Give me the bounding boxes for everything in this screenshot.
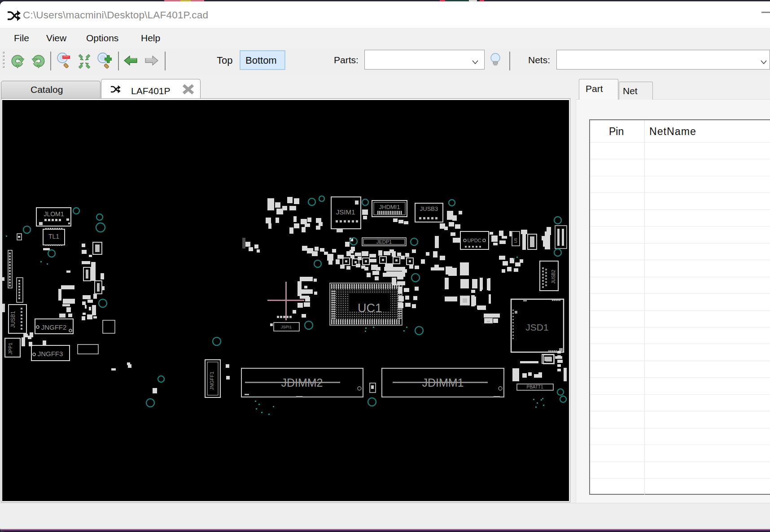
svg-text:JLOM1: JLOM1 (44, 210, 64, 218)
svg-text:JUSB2: JUSB2 (551, 270, 556, 284)
svg-text:PBATT1: PBATT1 (526, 384, 543, 389)
svg-text:JPP1: JPP1 (8, 343, 13, 354)
svg-text:JSPI1: JSPI1 (281, 325, 292, 329)
svg-text:JHDMI1: JHDMI1 (379, 204, 400, 210)
svg-text:JEDP1: JEDP1 (376, 239, 392, 244)
svg-text:JSD1: JSD1 (525, 322, 548, 332)
svg-text:TL1: TL1 (48, 233, 59, 240)
svg-text:JUSB1: JUSB1 (10, 311, 16, 328)
svg-text:JDIMM1: JDIMM1 (422, 376, 464, 389)
svg-text:JNGFF3: JNGFF3 (38, 350, 63, 358)
svg-text:UC1: UC1 (358, 301, 382, 315)
svg-text:JNGFF2: JNGFF2 (41, 323, 67, 331)
svg-text:JDIMM2: JDIMM2 (281, 376, 323, 389)
svg-text:JSIM1: JSIM1 (336, 208, 355, 216)
svg-text:U5: U5 (513, 238, 518, 243)
svg-text:JUSB3: JUSB3 (420, 205, 438, 212)
svg-text:UPDC: UPDC (467, 238, 481, 243)
svg-text:JNGFF1: JNGFF1 (209, 371, 214, 390)
